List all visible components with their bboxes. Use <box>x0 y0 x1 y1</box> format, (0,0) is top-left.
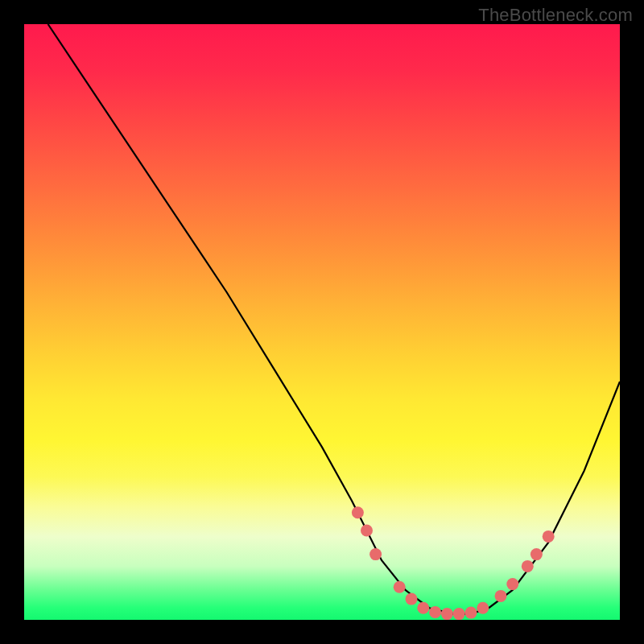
data-marker <box>522 560 534 572</box>
data-marker <box>495 590 507 602</box>
data-marker <box>543 530 555 543</box>
data-marker <box>361 525 373 537</box>
curve-group <box>48 24 620 614</box>
data-marker <box>369 548 382 560</box>
data-marker <box>506 578 518 590</box>
data-marker <box>441 608 453 620</box>
bottleneck-curve <box>48 24 620 614</box>
data-marker <box>406 593 418 605</box>
data-marker <box>394 581 406 593</box>
data-marker <box>477 602 489 614</box>
data-marker <box>417 602 429 614</box>
plot-area <box>24 24 620 620</box>
data-marker <box>429 606 441 618</box>
chart-svg <box>24 24 620 620</box>
data-marker <box>352 506 364 518</box>
data-marker <box>453 608 465 620</box>
data-marker <box>530 548 543 560</box>
watermark-text: TheBottleneck.com <box>478 5 633 26</box>
data-marker <box>465 607 477 619</box>
markers-group <box>352 506 555 620</box>
